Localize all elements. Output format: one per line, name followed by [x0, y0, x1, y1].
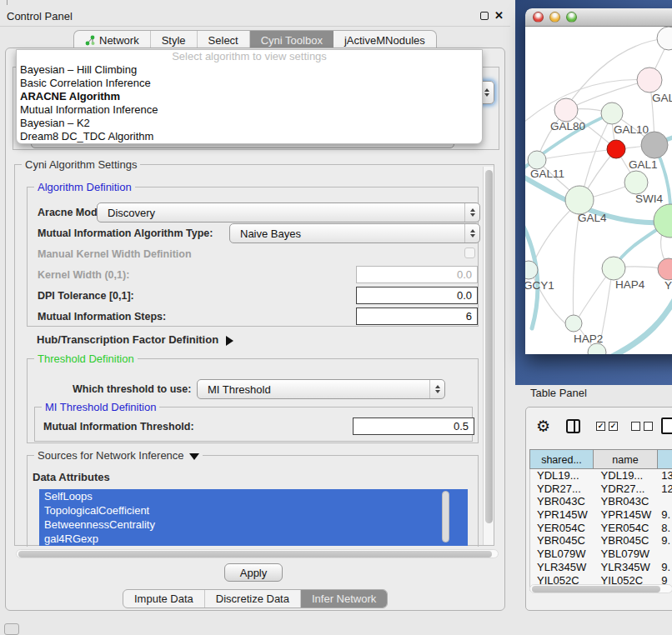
which-threshold-label: Which threshold to use: [73, 383, 191, 395]
table-row[interactable]: YBL079WYBL079W [530, 548, 672, 561]
network-node[interactable] [657, 27, 672, 50]
network-node-swi4[interactable] [654, 204, 672, 238]
algorithm-option-mutual-information-inference[interactable]: Mutual Information Inference [17, 103, 482, 117]
kernel-width-input[interactable] [356, 266, 478, 283]
network-window-titlebar[interactable] [525, 8, 672, 27]
table-cell: 12 [658, 482, 672, 496]
tab-impute-data[interactable]: Impute Data [123, 590, 205, 608]
network-view-window: GALGAL80GAL10GAL1GAL11GAL4SWI4GCY1HAP4YH… [525, 8, 672, 354]
table-cell [658, 548, 672, 561]
network-node-gal4[interactable] [565, 186, 594, 214]
gear-icon[interactable]: ⚙ [536, 417, 550, 435]
tab-select[interactable]: Select [198, 31, 250, 49]
mi-threshold-input[interactable] [353, 418, 474, 435]
manual-kernel-checkbox[interactable] [464, 248, 475, 258]
tab-cyni-toolbox[interactable]: Cyni Toolbox [250, 31, 333, 49]
data-attributes-list[interactable]: SelfLoopsTopologicalCoefficientBetweenne… [39, 489, 468, 546]
algorithm-dropdown-list: Select algorithm to view settings Bayesi… [16, 49, 483, 144]
algorithm-option-aracne-algorithm[interactable]: ARACNE Algorithm [17, 90, 482, 103]
tab-label: Infer Network [312, 592, 376, 605]
scrollbar-thumb[interactable] [18, 551, 492, 558]
attribute-item-selfloops[interactable]: SelfLoops [39, 489, 468, 503]
hub-section-toggle[interactable]: Hub/Transcription Factor Definition [37, 333, 233, 346]
cyni-settings-group-title: Cyni Algorithm Settings [22, 158, 140, 171]
table-row[interactable]: YLR345WYLR345W9. [530, 561, 672, 574]
network-node-y[interactable] [658, 258, 672, 280]
network-node-gal1[interactable] [624, 171, 648, 194]
unchecked-checkbox-icon[interactable] [631, 422, 640, 431]
document-icon[interactable] [661, 418, 672, 434]
settings-horizontal-scrollbar[interactable] [16, 549, 499, 558]
apply-button[interactable]: Apply [224, 563, 283, 582]
algorithm-option-dream8-dc-tdc-algorithm[interactable]: Dream8 DC_TDC Algorithm [17, 130, 482, 143]
network-canvas[interactable]: GALGAL80GAL10GAL1GAL11GAL4SWI4GCY1HAP4YH… [525, 27, 672, 354]
checked-checkbox-icon[interactable]: ✓ [609, 422, 618, 431]
combo-stepper-icon [464, 203, 479, 222]
network-node-gal80[interactable] [554, 98, 578, 122]
tab-infer-network[interactable]: Infer Network [301, 590, 387, 608]
unchecked-checkbox-icon[interactable] [644, 422, 653, 431]
combo-stepper-icon [464, 224, 479, 242]
kernel-width-label: Kernel Width (0,1): [38, 269, 129, 281]
float-window-icon[interactable] [480, 12, 489, 20]
sources-group-title[interactable]: Sources for Network Inference [34, 449, 203, 462]
attribute-item-gal4rgexp[interactable]: gal4RGexp [39, 532, 468, 546]
table-row[interactable]: YPR145WYPR145W9. [530, 508, 672, 522]
cyni-algorithm-settings-group: Cyni Algorithm Settings Algorithm Defini… [14, 164, 494, 546]
scrollbar-thumb[interactable] [485, 170, 493, 523]
data-attributes-label: Data Attributes [33, 471, 110, 483]
table-cell [658, 495, 672, 508]
algorithm-option-bayesian-hill-climbing[interactable]: Bayesian – Hill Climbing [17, 63, 482, 77]
table-row[interactable]: YDR27...YDR27...12 [530, 482, 672, 496]
table-cell: YLR345W [594, 561, 659, 574]
column-header-clipped[interactable] [658, 449, 672, 469]
columns-icon[interactable] [566, 419, 580, 433]
node-label-hap2: HAP2 [574, 332, 603, 345]
attribute-list-scrollbar[interactable] [442, 491, 449, 542]
table-row[interactable]: YBR045CYBR045C9. [530, 534, 672, 548]
network-node-gal11[interactable] [528, 151, 546, 169]
mi-steps-input[interactable] [356, 308, 478, 325]
mac-minimize-button[interactable] [549, 12, 560, 22]
bottom-left-widget-icon[interactable] [4, 623, 19, 635]
close-window-icon[interactable]: ✕ [494, 9, 504, 22]
table-cell: YPR145W [530, 508, 594, 522]
mi-type-select[interactable]: Naive Bayes [229, 223, 480, 243]
node-label-gal80: GAL80 [550, 120, 585, 132]
algorithm-dropdown-placeholder: Select algorithm to view settings [17, 50, 482, 63]
table-horizontal-scrollbar[interactable] [529, 584, 672, 593]
network-node-gal10[interactable] [601, 102, 623, 124]
attribute-item-betweennesscentrality[interactable]: BetweennessCentrality [39, 518, 468, 532]
table-row[interactable]: YDL19...YDL19...13 [530, 469, 672, 482]
network-graph[interactable]: GALGAL80GAL10GAL1GAL11GAL4SWI4GCY1HAP4YH… [525, 27, 672, 354]
attribute-item-topologicalcoefficient[interactable]: TopologicalCoefficient [39, 503, 468, 518]
collapse-arrow-icon [189, 453, 199, 460]
scrollbar-thumb[interactable] [532, 586, 660, 592]
checked-checkbox-icon[interactable]: ✓ [596, 422, 605, 431]
table-cell: YDL19... [530, 469, 594, 482]
mi-threshold-label: Mutual Information Threshold: [43, 421, 194, 432]
tab-style[interactable]: Style [151, 31, 198, 49]
algorithm-option-basic-correlation-inference[interactable]: Basic Correlation Inference [17, 77, 482, 90]
network-node-gal[interactable] [637, 68, 662, 92]
column-header-name[interactable]: name [594, 449, 658, 469]
network-node-hap4[interactable] [602, 257, 625, 280]
tab-network[interactable]: Network [74, 31, 151, 49]
network-node-hap2[interactable] [565, 315, 582, 332]
tab-jactivemnodules[interactable]: jActiveMNodules [333, 31, 436, 49]
table-row[interactable]: YER054CYER054C8. [530, 522, 672, 535]
mac-close-button[interactable] [533, 12, 544, 22]
tab-discretize-data[interactable]: Discretize Data [205, 590, 301, 608]
mac-zoom-button[interactable] [566, 12, 577, 22]
algorithm-option-bayesian-k2[interactable]: Bayesian – K2 [17, 117, 482, 130]
table-row[interactable]: YBR043CYBR043C [530, 495, 672, 508]
node-label-gal1: GAL1 [629, 158, 658, 171]
network-node[interactable] [607, 140, 625, 158]
dpi-tolerance-input[interactable] [356, 287, 478, 304]
column-header-shared[interactable]: shared... [529, 449, 594, 469]
which-threshold-select[interactable]: MI Threshold [197, 379, 445, 399]
aracne-mode-select[interactable]: Discovery [97, 202, 480, 222]
settings-vertical-scrollbar[interactable] [483, 167, 494, 545]
node-label-gal11: GAL11 [530, 168, 564, 180]
application-window: Control Panel ✕ NetworkStyleSelectCyni T… [0, 0, 672, 635]
